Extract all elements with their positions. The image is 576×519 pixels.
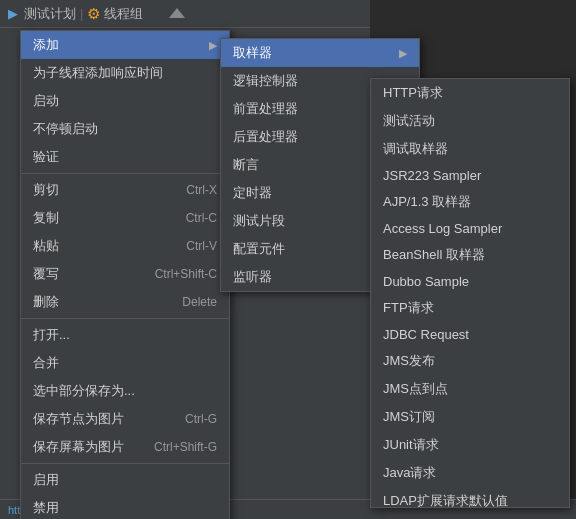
menu-item-disable[interactable]: 禁用 [21, 494, 229, 519]
menu-item-start-nonstop[interactable]: 不停顿启动 [21, 115, 229, 143]
sampler-dubbo[interactable]: Dubbo Sample [371, 269, 569, 294]
sampler-junit[interactable]: JUnit请求 [371, 431, 569, 459]
app-icon: ▶ [8, 6, 18, 21]
sampler-access-log[interactable]: Access Log Sampler [371, 216, 569, 241]
menu-item-paste[interactable]: 粘贴 Ctrl-V [21, 232, 229, 260]
menu-item-copy[interactable]: 复制 Ctrl-C [21, 204, 229, 232]
divider-3 [21, 463, 229, 464]
sampler-jms-point[interactable]: JMS点到点 [371, 375, 569, 403]
sampler-test-action[interactable]: 测试活动 [371, 107, 569, 135]
menu-item-save-node-image[interactable]: 保存节点为图片 Ctrl-G [21, 405, 229, 433]
menu-item-merge[interactable]: 合并 [21, 349, 229, 377]
menu-item-add-response-time[interactable]: 为子线程添加响应时间 [21, 59, 229, 87]
sampler-submenu: HTTP请求 测试活动 调试取样器 JSR223 Sampler AJP/1.3… [370, 78, 570, 508]
thread-label: 线程组 [104, 5, 143, 23]
gear-icon: ⚙ [87, 5, 100, 23]
sampler-ftp[interactable]: FTP请求 [371, 294, 569, 322]
sampler-debug[interactable]: 调试取样器 [371, 135, 569, 163]
divider-2 [21, 318, 229, 319]
sampler-jsr223[interactable]: JSR223 Sampler [371, 163, 569, 188]
top-bar: ▶ 测试计划 | ⚙ 线程组 [0, 0, 370, 28]
main-context-menu: 添加 ▶ 为子线程添加响应时间 启动 不停顿启动 验证 剪切 Ctrl-X 复制… [20, 30, 230, 519]
plan-label: 测试计划 [24, 5, 76, 23]
menu-item-add[interactable]: 添加 ▶ [21, 31, 229, 59]
add-submenu-sampler[interactable]: 取样器 ▶ [221, 39, 419, 67]
sampler-beanshell[interactable]: BeanShell 取样器 [371, 241, 569, 269]
sampler-java[interactable]: Java请求 [371, 459, 569, 487]
sampler-ldap-extended[interactable]: LDAP扩展请求默认值 [371, 487, 569, 508]
menu-item-cut[interactable]: 剪切 Ctrl-X [21, 176, 229, 204]
sampler-ajp[interactable]: AJP/1.3 取样器 [371, 188, 569, 216]
divider-1 [21, 173, 229, 174]
menu-item-save-selection[interactable]: 选中部分保存为... [21, 377, 229, 405]
sampler-jms-subscribe[interactable]: JMS订阅 [371, 403, 569, 431]
menu-item-open[interactable]: 打开... [21, 321, 229, 349]
menu-item-delete[interactable]: 删除 Delete [21, 288, 229, 316]
menu-item-enable[interactable]: 启用 [21, 466, 229, 494]
menu-item-overwrite[interactable]: 覆写 Ctrl+Shift-C [21, 260, 229, 288]
menu-item-add-label: 添加 [33, 36, 59, 54]
sampler-arrow-icon: ▶ [399, 47, 407, 60]
add-arrow-icon: ▶ [209, 39, 217, 52]
triangle-marker [169, 8, 185, 18]
sampler-jms-publish[interactable]: JMS发布 [371, 347, 569, 375]
menu-item-save-screen-image[interactable]: 保存屏幕为图片 Ctrl+Shift-G [21, 433, 229, 461]
menu-item-start[interactable]: 启动 [21, 87, 229, 115]
sampler-jdbc[interactable]: JDBC Request [371, 322, 569, 347]
menu-item-validate[interactable]: 验证 [21, 143, 229, 171]
sampler-http[interactable]: HTTP请求 [371, 79, 569, 107]
